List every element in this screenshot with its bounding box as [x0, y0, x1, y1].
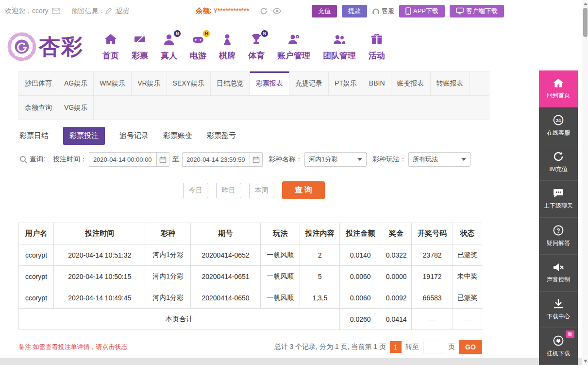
- cell-bet-time: 2020-04-14 10:50:15: [53, 266, 146, 287]
- tab-account-change-report[interactable]: 账变报表: [391, 71, 431, 95]
- brand-logo[interactable]: 杏彩: [7, 32, 84, 62]
- refresh-balance-icon[interactable]: [260, 7, 268, 15]
- tab-daily-overview[interactable]: 日结总览: [211, 71, 250, 95]
- nav-badge-h: H: [203, 30, 210, 37]
- pagination-summary: 总计 3 个记录, 分为 1 页, 当前第 1 页: [274, 343, 386, 351]
- side-item-back-home[interactable]: 回到首页: [539, 70, 578, 107]
- cell-draw-number: 23782: [412, 244, 453, 266]
- cell-issue: 20200414-0650: [190, 287, 261, 309]
- nav-item-egames[interactable]: H 电游: [184, 33, 213, 61]
- home-icon: [104, 33, 118, 46]
- time-to-input[interactable]: [183, 156, 250, 163]
- withdraw-button[interactable]: 提款: [342, 5, 367, 17]
- nav-item-activity[interactable]: 活动: [362, 33, 391, 61]
- customer-service-link[interactable]: 客服: [372, 7, 394, 16]
- scroll-up-arrow-icon[interactable]: [584, 2, 588, 5]
- nav-label: 体育: [248, 50, 265, 61]
- summary-draw-number: —: [412, 309, 453, 330]
- page-1-button[interactable]: 1: [390, 341, 402, 353]
- nav-label: 团队管理: [323, 50, 356, 61]
- goto-page-input[interactable]: [423, 341, 444, 353]
- show-balance-eye-icon[interactable]: [272, 8, 281, 14]
- tab-wm[interactable]: WM娱乐: [94, 71, 132, 95]
- calendar-from-button[interactable]: [156, 153, 169, 166]
- scrollbar-thumb[interactable]: [583, 8, 588, 37]
- balance-value: ¥************: [214, 7, 249, 15]
- today-button[interactable]: 今日: [183, 183, 208, 198]
- tab-lottery-report[interactable]: 彩票报表: [250, 71, 289, 95]
- tab-transfer-report[interactable]: 转账报表: [431, 71, 470, 95]
- time-from-input[interactable]: [89, 156, 156, 163]
- side-item-sound-control[interactable]: 声音控制: [539, 255, 578, 292]
- tab-vr[interactable]: VR娱乐: [132, 71, 167, 95]
- scroll-down-arrow-icon[interactable]: [584, 360, 588, 363]
- cell-lottery: 河内1分彩: [146, 244, 190, 266]
- side-item-online-service[interactable]: 24 在线客服: [539, 107, 578, 144]
- col-status: 状态: [453, 223, 482, 244]
- lottery-name-select[interactable]: 河内1分彩: [304, 152, 367, 167]
- status-link[interactable]: 未中奖: [453, 266, 482, 287]
- cell-play: 一帆风顺: [261, 266, 300, 287]
- nav-item-live[interactable]: N 真人: [154, 33, 184, 61]
- status-link[interactable]: 已派奖: [453, 287, 482, 309]
- page-footer-strip: [0, 358, 582, 365]
- im-recharge-icon: [553, 151, 564, 162]
- this-week-button[interactable]: 本周: [249, 183, 274, 198]
- chevron-down-icon: [357, 158, 362, 161]
- home-icon: [553, 78, 564, 88]
- cell-lottery: 河内1分彩: [146, 287, 190, 309]
- go-button[interactable]: GO: [459, 340, 482, 354]
- status-link[interactable]: 已派奖: [453, 244, 482, 266]
- subtab-lottery-daily[interactable]: 彩票日结: [19, 131, 49, 140]
- subtab-lottery-profit-loss[interactable]: 彩票盈亏: [207, 131, 236, 140]
- lottery-subtabs: 彩票日结 彩票投注 追号记录 彩票账变 彩票盈亏: [19, 125, 588, 146]
- tab-row-2: 余额查询 VG娱乐: [19, 95, 489, 120]
- tab-shaba-sports[interactable]: 沙巴体育: [19, 71, 58, 95]
- nav-item-account[interactable]: 账户管理: [271, 33, 317, 61]
- cell-lottery: 河内1分彩: [146, 266, 190, 287]
- cell-username: ccorypt: [19, 287, 54, 309]
- side-item-label: IM充值: [549, 165, 567, 174]
- nav-item-lottery[interactable]: 彩票: [125, 33, 154, 61]
- nav-item-sports[interactable]: N 体育: [242, 33, 271, 61]
- tab-bbin[interactable]: BBIN: [363, 71, 391, 95]
- client-download-button[interactable]: 客户端下载: [450, 5, 504, 17]
- side-item-faq[interactable]: ? 疑问解答: [539, 218, 578, 255]
- nav-label: 棋牌: [219, 50, 235, 61]
- yesterday-button[interactable]: 昨日: [216, 183, 241, 198]
- edit-icon[interactable]: [105, 7, 112, 15]
- side-item-download-center[interactable]: 下载中心: [539, 292, 578, 329]
- tab-ag[interactable]: AG娱乐: [58, 71, 94, 95]
- subtab-chase-records[interactable]: 追号记录: [119, 131, 149, 140]
- deposit-button[interactable]: 充值: [312, 5, 337, 17]
- subtab-lottery-bets[interactable]: 彩票投注: [63, 127, 105, 145]
- app-download-button[interactable]: APP下载: [399, 5, 445, 17]
- nav-label: 电游: [190, 50, 206, 61]
- nav-item-home[interactable]: 首页: [96, 33, 125, 61]
- time-from-group: [89, 152, 169, 167]
- table-header-row: 用户名 投注时间 彩种 期号 玩法 投注内容 投注金额 奖金 开奖号码 状态: [19, 223, 482, 244]
- search-submit-button[interactable]: 查 询: [282, 181, 325, 199]
- message-envelope-icon[interactable]: [52, 8, 60, 14]
- tab-deposit-withdraw-records[interactable]: 充提记录: [289, 71, 329, 95]
- logout-link[interactable]: 退出: [115, 7, 129, 16]
- report-tabs: 沙巴体育 AG娱乐 WM娱乐 VR娱乐 SEXY娱乐 日结总览 彩票报表 充提记…: [18, 71, 489, 120]
- nav-item-boardgames[interactable]: 棋牌: [213, 33, 242, 61]
- tab-sexy[interactable]: SEXY娱乐: [167, 71, 211, 95]
- play-type-select[interactable]: 所有玩法: [408, 152, 470, 167]
- side-item-chat[interactable]: 上下级聊天: [539, 181, 578, 218]
- tab-vg[interactable]: VG娱乐: [58, 96, 94, 120]
- browser-scrollbar[interactable]: [582, 0, 588, 365]
- tab-balance-query[interactable]: 余额查询: [19, 96, 58, 120]
- calendar-to-button[interactable]: [250, 153, 262, 166]
- monitor-icon: [456, 7, 464, 15]
- nav-item-team[interactable]: 团队管理: [317, 33, 362, 61]
- play-type-value: 所有玩法: [413, 155, 438, 164]
- nav-badge-n: N: [261, 30, 268, 37]
- tab-pt[interactable]: PT娱乐: [329, 71, 363, 95]
- subtab-lottery-account-change[interactable]: 彩票账变: [163, 131, 192, 140]
- side-item-im-recharge[interactable]: IM充值: [539, 144, 578, 181]
- play-type-label: 彩种玩法：: [372, 155, 406, 164]
- side-item-hangup-download[interactable]: 新 ¥ 挂机下载: [539, 328, 578, 365]
- customer-service-label: 客服: [382, 7, 394, 16]
